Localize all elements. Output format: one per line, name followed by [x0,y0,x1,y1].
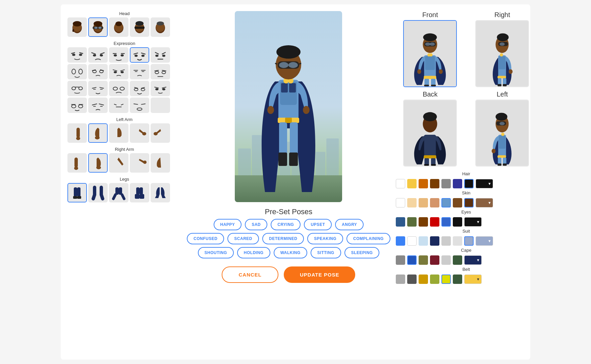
legs-3[interactable] [109,183,128,202]
suit-swatch-slate[interactable] [464,236,474,246]
hair-swatch-navy[interactable] [453,179,462,188]
skin-swatch-tan[interactable] [430,198,439,207]
head-option-1[interactable] [67,17,87,37]
suit-swatch-lightblue[interactable] [419,236,428,246]
right-arm-5[interactable] [151,153,170,173]
cape-swatch-green[interactable] [453,255,462,265]
skin-swatch-light[interactable] [407,198,417,207]
expr-11[interactable] [67,81,87,96]
expr-5[interactable] [151,47,170,63]
left-arm-3[interactable] [109,123,128,143]
hair-swatch-brown[interactable] [430,179,439,188]
expr-2[interactable] [88,47,108,63]
pose-sitting[interactable]: SITTING [311,247,341,258]
view-front-thumb[interactable] [403,20,457,87]
expr-20[interactable] [151,98,170,113]
view-back-thumb[interactable] [403,100,457,167]
expr-10[interactable] [151,64,170,79]
eyes-color-dropdown[interactable]: ▼ [464,217,482,227]
expr-18[interactable] [109,98,128,113]
pose-speaking[interactable]: SPEAKING [307,233,343,244]
pose-happy[interactable]: HAPPY [214,219,242,230]
belt-swatch-olive[interactable] [430,275,439,284]
head-option-4[interactable] [130,17,149,37]
hair-swatch-black[interactable] [464,179,474,188]
expr-14[interactable] [130,81,149,96]
eyes-swatch-brown[interactable] [419,217,428,227]
cape-swatch-gray[interactable] [396,255,405,265]
right-arm-2[interactable] [88,153,108,173]
pose-sad[interactable]: SAD [245,219,267,230]
expr-1[interactable] [67,47,87,63]
expr-19[interactable] [130,98,149,113]
left-arm-5[interactable] [151,123,170,143]
eyes-swatch-black[interactable] [453,217,462,227]
eyes-swatch-green[interactable] [407,217,417,227]
head-option-3[interactable] [109,17,128,37]
expr-9[interactable] [130,64,149,79]
right-arm-1[interactable] [67,153,87,173]
belt-swatch-green[interactable] [453,275,462,284]
pose-shouting[interactable]: SHOUTING [198,247,234,258]
update-pose-button[interactable]: UPDATE POSE [284,266,355,283]
skin-swatch-white[interactable] [396,198,405,207]
cape-swatch-lightgray[interactable] [441,255,451,265]
pose-determined[interactable]: DETERMINED [262,233,304,244]
hair-swatch-yellow[interactable] [407,179,417,188]
left-arm-2[interactable] [88,123,108,143]
legs-1[interactable] [67,183,87,202]
suit-color-dropdown[interactable]: ▼ [476,236,493,246]
view-left-thumb[interactable] [475,100,529,167]
belt-swatch-dark[interactable] [407,275,417,284]
expr-12[interactable] [88,81,108,96]
expr-8[interactable] [109,64,128,79]
legs-2[interactable] [88,183,108,202]
eyes-swatch-red[interactable] [430,217,439,227]
left-arm-4[interactable] [130,123,149,143]
suit-swatch-blue[interactable] [396,236,405,246]
pose-complaining[interactable]: COMPLAINING [346,233,390,244]
suit-swatch-navy[interactable] [430,236,439,246]
right-arm-4[interactable] [130,153,149,173]
cape-swatch-maroon[interactable] [430,255,439,265]
expr-17[interactable] [88,98,108,113]
expr-15[interactable] [151,81,170,96]
belt-swatch-yellow[interactable] [441,275,451,284]
hair-swatch-orange[interactable] [419,179,428,188]
skin-color-dropdown[interactable]: ▼ [476,198,493,207]
suit-swatch-white[interactable] [407,236,417,246]
skin-swatch-medium[interactable] [419,198,428,207]
eyes-swatch-navy[interactable] [441,217,451,227]
belt-swatch-silver[interactable] [396,275,405,284]
right-arm-3[interactable] [109,153,128,173]
skin-swatch-dark[interactable] [464,198,474,207]
skin-swatch-blue[interactable] [441,198,451,207]
view-right-thumb[interactable] [475,20,529,87]
head-option-5[interactable] [151,17,170,37]
cancel-button[interactable]: CANCEL [222,266,278,283]
hair-swatch-gray[interactable] [441,179,451,188]
expr-13[interactable] [109,81,128,96]
pose-sleeping[interactable]: SLEEPING [344,247,380,258]
head-option-2[interactable] [88,17,108,37]
hair-swatch-white[interactable] [396,179,405,188]
pose-scared[interactable]: SCARED [227,233,259,244]
expr-3[interactable] [109,47,128,63]
pose-confused[interactable]: CONFUSED [187,233,224,244]
cape-swatch-blue[interactable] [407,255,417,265]
pose-upset[interactable]: UPSET [304,219,332,230]
pose-crying[interactable]: CRYING [271,219,301,230]
pose-holding[interactable]: HOLDING [237,247,270,258]
expr-4[interactable] [130,47,149,63]
expr-6[interactable] [67,64,87,79]
legs-4[interactable] [130,183,149,202]
cape-color-dropdown[interactable]: ▼ [464,255,482,265]
legs-5[interactable] [151,183,170,202]
pose-angry[interactable]: ANGRY [335,219,364,230]
suit-swatch-lightgray[interactable] [441,236,451,246]
suit-swatch-gray[interactable] [453,236,462,246]
eyes-swatch-blue[interactable] [396,217,405,227]
expr-7[interactable] [88,64,108,79]
belt-swatch-gold[interactable] [419,275,428,284]
left-arm-1[interactable] [67,123,87,143]
